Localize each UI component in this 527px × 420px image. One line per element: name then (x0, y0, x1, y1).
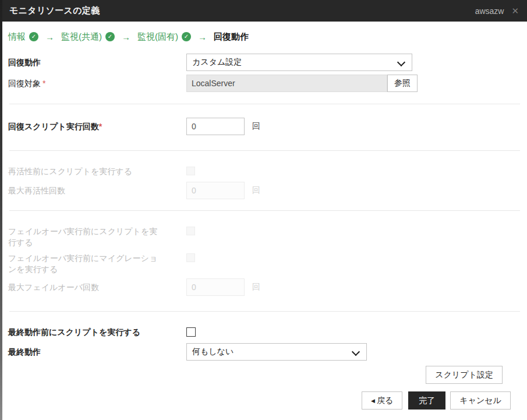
final-action-label: 最終動作 (8, 347, 186, 358)
wizard-step-info[interactable]: 情報 ✓ (8, 31, 38, 43)
cancel-button[interactable]: キャンセル (450, 391, 511, 410)
wizard-step-monitor-common[interactable]: 監視(共通) ✓ (61, 31, 115, 43)
final-action-select[interactable]: 何もしない (186, 343, 367, 361)
dialog-titlebar: モニタリソースの定義 awsazw ✕ (2, 0, 527, 22)
required-asterisk: * (43, 79, 45, 88)
recovery-script-count-input[interactable] (186, 118, 245, 135)
recovery-target-label: 回復対象* (8, 78, 186, 89)
required-asterisk: * (99, 122, 102, 131)
wizard-step-recovery-action-current: 回復動作 (214, 31, 249, 43)
dialog-nav-buttons: ◀ 戻る 完了 キャンセル (2, 391, 527, 410)
check-circle-icon: ✓ (29, 32, 38, 41)
exec-script-before-reactivation-checkbox (186, 167, 195, 175)
chevron-down-icon (352, 348, 360, 356)
section-divider (9, 210, 520, 211)
arrow-right-icon: → (198, 32, 207, 42)
wizard-breadcrumb: 情報 ✓ → 監視(共通) ✓ → 監視(固有) ✓ → 回復動作 (8, 30, 527, 43)
count-unit-label: 回 (252, 121, 260, 132)
section-divider (9, 311, 520, 312)
row-recovery-script-count: 回復スクリプト実行回数* 回 (2, 118, 527, 135)
wizard-step-label: 監視(共通) (61, 31, 102, 43)
row-recovery-target: 回復対象* 参照 (2, 75, 527, 92)
recovery-script-count-label: 回復スクリプト実行回数* (8, 121, 186, 132)
script-settings-button[interactable]: スクリプト設定 (426, 366, 503, 384)
check-circle-icon: ✓ (182, 32, 191, 41)
section-divider (9, 104, 520, 104)
finish-button[interactable]: 完了 (408, 391, 445, 410)
recovery-action-label: 回復動作 (8, 57, 186, 68)
max-reactivation-count-label: 最大再活性回数 (8, 185, 186, 196)
exec-migration-before-failover-label: フェイルオーバ実行前にマイグレーションを実行する (8, 253, 186, 275)
exec-script-before-final-action-label: 最終動作前にスクリプトを実行する (8, 327, 186, 338)
row-exec-script-before-failover: フェイルオーバ実行前にスクリプトを実行する (2, 226, 527, 248)
exec-migration-before-failover-checkbox (186, 253, 195, 262)
wizard-step-monitor-special[interactable]: 監視(固有) ✓ (137, 31, 191, 43)
row-recovery-action: 回復動作 カスタム設定 (2, 54, 527, 71)
resource-name-text: awsazw (475, 6, 504, 16)
recovery-action-selected-value: カスタム設定 (192, 57, 242, 68)
arrow-right-icon: → (45, 32, 54, 42)
monitor-resource-definition-dialog: モニタリソースの定義 awsazw ✕ 情報 ✓ → 監視(共通) ✓ → 監視… (2, 0, 527, 420)
row-exec-script-before-reactivation: 再活性前にスクリプトを実行する (2, 166, 527, 177)
row-exec-migration-before-failover: フェイルオーバ実行前にマイグレーションを実行する (2, 253, 527, 275)
close-icon[interactable]: ✕ (511, 6, 519, 15)
exec-script-before-failover-label: フェイルオーバ実行前にスクリプトを実行する (8, 226, 186, 248)
row-max-failover-count: 最大フェイルオーバ回数 回 (2, 278, 527, 296)
count-unit-label: 回 (252, 282, 260, 292)
script-settings-row: スクリプト設定 (2, 366, 527, 384)
dialog-title: モニタリソースの定義 (9, 5, 100, 16)
max-reactivation-count-input (186, 182, 245, 199)
final-action-selected-value: 何もしない (192, 347, 234, 357)
back-arrow-icon: ◀ (371, 398, 375, 404)
row-final-action: 最終動作 何もしない (2, 343, 527, 361)
row-exec-script-before-final-action: 最終動作前にスクリプトを実行する (2, 327, 527, 338)
row-max-reactivation-count: 最大再活性回数 回 (2, 182, 527, 199)
exec-script-before-final-action-checkbox[interactable] (186, 327, 196, 337)
count-unit-label: 回 (252, 185, 260, 196)
max-failover-count-label: 最大フェイルオーバ回数 (8, 282, 186, 293)
wizard-step-label: 監視(固有) (137, 31, 178, 43)
arrow-right-icon: → (122, 32, 130, 42)
check-circle-icon: ✓ (105, 32, 115, 41)
exec-script-before-reactivation-label: 再活性前にスクリプトを実行する (8, 166, 186, 177)
recovery-target-field (186, 75, 387, 92)
back-button[interactable]: ◀ 戻る (362, 391, 402, 410)
recovery-action-select[interactable]: カスタム設定 (186, 54, 412, 71)
wizard-step-label: 情報 (8, 31, 26, 43)
browse-button[interactable]: 参照 (387, 75, 418, 92)
section-divider (9, 150, 520, 151)
exec-script-before-failover-checkbox (186, 227, 195, 235)
max-failover-count-input (186, 278, 245, 296)
chevron-down-icon (397, 58, 405, 66)
